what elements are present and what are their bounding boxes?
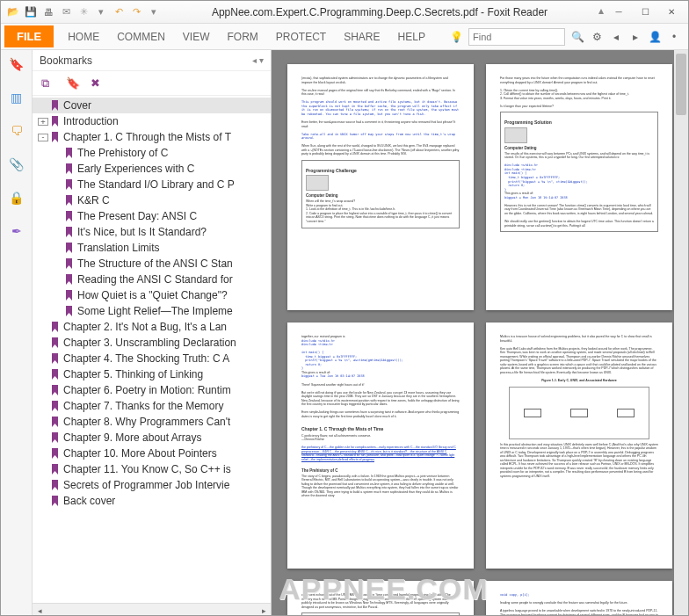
expander-icon[interactable]: + — [38, 118, 48, 126]
page-thumbnail[interactable]: (errata), that sophisticated system admi… — [287, 64, 474, 310]
bookmark-item[interactable]: Chapter 11. You Know C, So C++ is — [33, 461, 271, 477]
page-thumbnail[interactable]: Multics is a treasure house of solved en… — [486, 322, 672, 569]
bookmarks-title: Bookmarks — [40, 54, 92, 67]
bookmark-icon — [64, 306, 75, 316]
menu-icon[interactable]: • — [667, 30, 681, 44]
bookmark-item[interactable]: Chapter 9. More about Arrays — [33, 430, 271, 446]
bookmark-icon — [50, 480, 61, 490]
bookmark-item[interactable]: Early Experiences with C — [33, 161, 271, 177]
bookmark-item[interactable]: Chapter 8. Why Programmers Can't — [33, 414, 271, 430]
close-button[interactable]: ✕ — [660, 4, 683, 20]
bookmark-label: Chapter 3. Unscrambling Declaration — [63, 337, 236, 349]
bookmark-item[interactable]: The Standard I/O Library and C P — [33, 177, 271, 192]
find-input[interactable] — [468, 28, 565, 46]
bookmark-item[interactable]: It's Nice, but Is It Standard? — [33, 224, 271, 240]
tab-share[interactable]: SHARE — [335, 26, 388, 47]
qat-dropdown-icon[interactable]: ▾ — [147, 5, 161, 19]
bookmark-item[interactable]: The Structure of the ANSI C Stan — [33, 256, 271, 272]
tab-view[interactable]: VIEW — [174, 26, 219, 47]
ribbon-collapse-icon[interactable]: ▴ — [598, 4, 604, 20]
delete-bookmark-icon[interactable]: ✖ — [91, 76, 105, 91]
tab-protect[interactable]: PROTECT — [267, 26, 335, 47]
maze-icon — [504, 127, 527, 143]
tab-home[interactable]: HOME — [59, 26, 108, 47]
bookmark-label: Chapter 9. More about Arrays — [63, 431, 201, 444]
document-viewer[interactable]: (errata), that sophisticated system admi… — [272, 50, 688, 616]
left-rail: 🔖 ▥ 🗨 📎 🔒 ✒ — [1, 50, 33, 616]
bookmark-item[interactable]: Chapter 2. It's Not a Bug, It's a Lan — [33, 319, 271, 335]
bookmark-item[interactable]: How Quiet is a "Quiet Change"? — [33, 287, 271, 303]
page-thumbnail[interactable]: void copy, p[i]; leading some people to … — [486, 581, 672, 616]
bookmark-item[interactable]: Chapter 3. Unscrambling Declaration — [33, 335, 271, 351]
bookmark-label: Translation Limits — [77, 242, 160, 254]
bookmark-item[interactable]: Translation Limits — [33, 240, 271, 256]
bookmark-item[interactable]: Secrets of Programmer Job Intervie — [33, 477, 271, 493]
expand-all-icon[interactable]: ⧉ — [41, 76, 55, 91]
spark-icon[interactable]: ✳ — [76, 5, 91, 19]
signatures-rail-icon[interactable]: ✒ — [8, 222, 25, 240]
file-tab[interactable]: FILE — [4, 25, 54, 47]
page-thumbnail[interactable]: For those many years into the future whe… — [486, 64, 672, 310]
bookmark-item[interactable]: Chapter 7. Thanks for the Memory — [33, 398, 271, 414]
dropdown-icon[interactable]: ▾ — [94, 5, 108, 19]
bookmark-label: Chapter 10. More About Pointers — [63, 447, 217, 460]
bookmark-icon — [64, 243, 75, 253]
page-thumbnail[interactable]: together, our revised program is #includ… — [287, 322, 474, 569]
open-icon[interactable]: 📂 — [6, 5, 20, 19]
undo-icon[interactable]: ↶ — [112, 5, 126, 19]
bookmark-label: Chapter 1. C Through the Mists of T — [63, 131, 231, 143]
bookmark-item[interactable]: +Introduction — [33, 113, 271, 129]
page-thumbnail[interactable]: congruent echoes that of the UNIX MS com… — [287, 581, 474, 616]
comments-rail-icon[interactable]: 🗨 — [8, 122, 25, 140]
bulb-icon[interactable]: 💡 — [449, 30, 463, 44]
bookmark-label: Chapter 8. Why Programmers Can't — [63, 416, 230, 428]
bookmark-item[interactable]: -Chapter 1. C Through the Mists of T — [33, 129, 271, 145]
pages-rail-icon[interactable]: ▥ — [8, 89, 25, 106]
bookmark-item[interactable]: K&R C — [33, 192, 271, 208]
tab-comment[interactable]: COMMEN — [108, 26, 174, 47]
tab-help[interactable]: HELP — [389, 26, 434, 47]
attachments-rail-icon[interactable]: 📎 — [8, 156, 25, 173]
bookmark-icon — [64, 290, 75, 301]
bookmark-icon — [50, 385, 61, 395]
search-icon[interactable]: 🔍 — [570, 30, 584, 44]
expander-icon[interactable]: - — [38, 134, 48, 141]
bookmark-icon — [64, 148, 75, 158]
redo-icon[interactable]: ↷ — [129, 5, 143, 19]
bookmark-label: Cover — [63, 99, 91, 112]
bookmark-item[interactable]: Chapter 10. More About Pointers — [33, 446, 271, 461]
chevron-left-icon[interactable]: ◂ — [609, 30, 623, 44]
bookmark-item[interactable]: Some Light Relief—The Impleme — [33, 303, 271, 319]
bookmarks-hscrollbar[interactable]: ◂▸ — [33, 603, 271, 616]
bookmark-label: The Standard I/O Library and C P — [77, 178, 235, 191]
gear-icon[interactable]: ⚙ — [590, 30, 604, 44]
bookmark-item[interactable]: Chapter 5. Thinking of Linking — [33, 366, 271, 382]
bookmark-item[interactable]: Reading the ANSI C Standard for — [33, 272, 271, 287]
chevron-right-icon[interactable]: ▸ — [628, 30, 642, 44]
print-icon[interactable]: 🖶 — [41, 5, 55, 19]
bookmarks-rail-icon[interactable]: 🔖 — [8, 55, 25, 73]
bookmark-icon — [64, 274, 75, 285]
minimize-button[interactable]: ─ — [607, 4, 630, 20]
tab-form[interactable]: FORM — [219, 26, 267, 47]
bookmark-icon — [50, 132, 61, 142]
bookmark-icon — [64, 179, 75, 190]
bookmark-item[interactable]: Chapter 6. Poetry in Motion: Runtim — [33, 382, 271, 398]
bookmark-icon — [50, 448, 61, 459]
save-icon[interactable]: 💾 — [24, 5, 38, 19]
bookmark-item[interactable]: The Present Day: ANSI C — [33, 208, 271, 224]
bookmark-icon — [50, 417, 61, 427]
maximize-button[interactable]: ☐ — [634, 4, 656, 20]
bookmark-item[interactable]: Chapter 4. The Shocking Truth: C A — [33, 351, 271, 366]
bookmark-item[interactable]: Cover — [33, 98, 271, 113]
email-icon[interactable]: ✉ — [59, 5, 73, 19]
user-icon[interactable]: 👤 — [648, 30, 662, 44]
bookmarks-menu-icon[interactable]: ◂ ▾ — [252, 55, 264, 65]
security-rail-icon[interactable]: 🔒 — [8, 189, 25, 207]
bookmark-label: Secrets of Programmer Job Intervie — [63, 479, 229, 491]
bookmark-label: Chapter 4. The Shocking Truth: C A — [63, 352, 229, 365]
bookmark-item[interactable]: The Prehistory of C — [33, 145, 271, 161]
bookmark-item[interactable]: Back cover — [33, 493, 271, 509]
vertical-scrollbar[interactable] — [674, 50, 688, 616]
new-bookmark-icon[interactable]: 🔖 — [66, 76, 80, 91]
